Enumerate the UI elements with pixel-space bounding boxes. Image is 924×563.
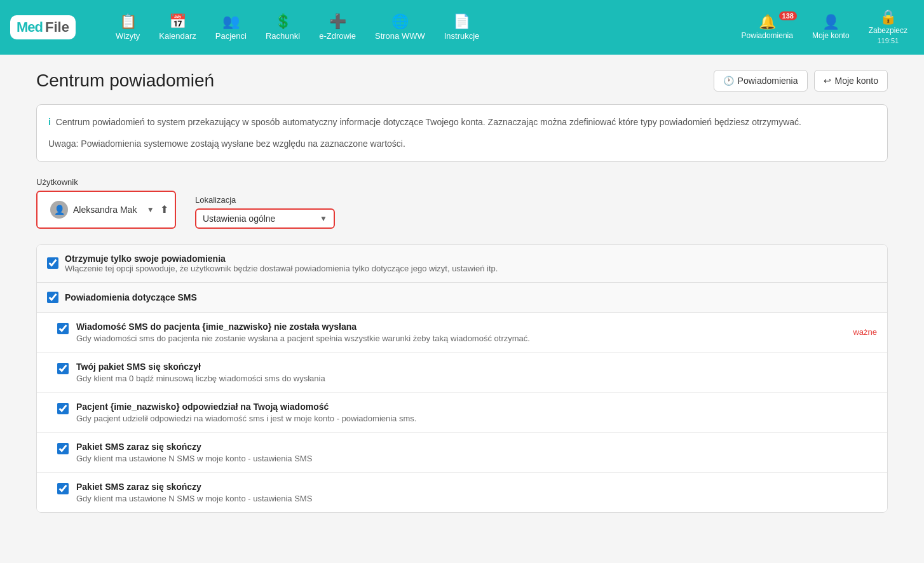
sms-section-checkbox[interactable] xyxy=(47,292,58,303)
zabezpiecz-sublabel: 119:51 xyxy=(877,37,899,44)
sms-package-ending-2-content: Pakiet SMS zaraz się skończy Gdy klient … xyxy=(76,482,877,503)
sms-package-ending-2-title: Pakiet SMS zaraz się skończy xyxy=(76,482,877,492)
uzytkownik-inner: 👤 Aleksandra Mak xyxy=(44,196,143,224)
sms-package-empty-desc: Gdy klient ma 0 bądź minusową liczbę wia… xyxy=(76,374,877,383)
wizyty-label: Wizyty xyxy=(116,31,140,41)
header-actions: 🕐 Powiadomienia ↩ Moje konto xyxy=(714,70,888,92)
nav-item-instrukcje[interactable]: 📄 Instrukcje xyxy=(437,10,487,46)
nav-right-powiadomienia[interactable]: 138 🔔 Powiadomienia xyxy=(735,11,799,44)
cursor-icon: ⬆ xyxy=(160,203,168,215)
only-own-content: Otrzymuje tylko swoje powiadomienia Włąc… xyxy=(65,254,498,273)
sms-not-sent-content: Wiadomość SMS do pacjenta {imie_nazwisko… xyxy=(76,322,845,343)
moje-konto-icon: 👤 xyxy=(822,15,839,29)
rachunki-label: Rachunki xyxy=(266,31,300,41)
moje-konto-header-btn[interactable]: ↩ Moje konto xyxy=(814,70,888,92)
user-avatar: 👤 xyxy=(50,201,68,219)
wizyty-icon: 📋 xyxy=(119,15,137,29)
info-icon: i xyxy=(48,117,51,127)
powiadomienia-icon: 🔔 xyxy=(759,15,776,29)
lokalizacja-value: Ustawienia ogólne xyxy=(203,214,275,224)
back-icon: ↩ xyxy=(824,76,831,86)
uzytkownik-filter: Użytkownik 👤 Aleksandra Mak ▼ ⬆ xyxy=(36,177,176,229)
filters-row: Użytkownik 👤 Aleksandra Mak ▼ ⬆ Lokaliza… xyxy=(36,177,888,229)
nav-item-strona-www[interactable]: 🌐 Strona WWW xyxy=(367,10,433,46)
clock-icon: 🕐 xyxy=(723,76,734,86)
nav-right: 138 🔔 Powiadomienia 👤 Moje konto 🔒 Zabez… xyxy=(735,6,914,48)
sms-package-ending-1-desc: Gdy klient ma ustawione N SMS w moje kon… xyxy=(76,454,877,463)
uzytkownik-value: Aleksandra Mak xyxy=(73,205,137,215)
lokalizacja-select[interactable]: Ustawienia ogólne ▼ xyxy=(195,208,335,229)
sms-package-ending-1-checkbox[interactable] xyxy=(57,443,69,454)
kalendarz-icon: 📅 xyxy=(169,15,186,29)
nav-item-rachunki[interactable]: 💲 Rachunki xyxy=(258,10,308,46)
moje-konto-header-label: Moje konto xyxy=(835,76,878,86)
sms-package-empty-checkbox[interactable] xyxy=(57,363,69,374)
lokalizacja-label: Lokalizacja xyxy=(195,195,335,205)
powiadomienia-header-btn[interactable]: 🕐 Powiadomienia xyxy=(714,70,808,92)
lokalizacja-filter: Lokalizacja Ustawienia ogólne ▼ xyxy=(195,195,335,229)
uzytkownik-select[interactable]: 👤 Aleksandra Mak ▼ ⬆ xyxy=(36,191,176,229)
pacjenci-label: Pacjenci xyxy=(215,31,247,41)
strona-www-label: Strona WWW xyxy=(375,31,425,41)
only-own-desc: Włączenie tej opcji spowoduje, że użytko… xyxy=(65,264,498,273)
sms-not-sent-item: Wiadomość SMS do pacjenta {imie_nazwisko… xyxy=(37,313,887,353)
pacjenci-icon: 👥 xyxy=(222,15,240,29)
sms-package-ending-1-item: Pakiet SMS zaraz się skończy Gdy klient … xyxy=(37,433,887,473)
sms-package-ending-2-item: Pakiet SMS zaraz się skończy Gdy klient … xyxy=(37,473,887,512)
navbar: Med File 📋 Wizyty 📅 Kalendarz 👥 Pacjenci… xyxy=(0,0,924,55)
only-own-section: Otrzymuje tylko swoje powiadomienia Włąc… xyxy=(37,245,887,283)
sms-patient-replied-checkbox[interactable] xyxy=(57,403,69,414)
nav-item-kalendarz[interactable]: 📅 Kalendarz xyxy=(151,10,204,46)
nav-right-moje-konto[interactable]: 👤 Moje konto xyxy=(806,11,856,44)
powiadomienia-header-label: Powiadomienia xyxy=(738,76,798,86)
sms-not-sent-checkbox[interactable] xyxy=(57,323,69,334)
sms-not-sent-desc: Gdy wiadomości sms do pacjenta nie zosta… xyxy=(76,334,845,343)
notification-list: Otrzymuje tylko swoje powiadomienia Włąc… xyxy=(36,244,888,513)
nav-item-pacjenci[interactable]: 👥 Pacjenci xyxy=(208,10,254,46)
zabezpiecz-label: Zabezpiecz xyxy=(869,26,907,35)
sms-patient-replied-item: Pacjent {imie_nazwisko} odpowiedział na … xyxy=(37,393,887,433)
moje-konto-label: Moje konto xyxy=(812,31,850,40)
instrukcje-icon: 📄 xyxy=(453,15,470,29)
ezdrowie-label: e-Zdrowie xyxy=(319,31,356,41)
main-content: Centrum powiadomień 🕐 Powiadomienia ↩ Mo… xyxy=(24,55,900,528)
info-box-note: Uwaga: Powiadomienia systemowe zostają w… xyxy=(48,137,876,151)
powiadomienia-label: Powiadomienia xyxy=(742,31,793,40)
nav-item-ezdrowie[interactable]: ➕ e-Zdrowie xyxy=(311,10,363,46)
nav-items: 📋 Wizyty 📅 Kalendarz 👥 Pacjenci 💲 Rachun… xyxy=(108,10,735,46)
sms-patient-replied-content: Pacjent {imie_nazwisko} odpowiedział na … xyxy=(76,402,877,423)
strona-www-icon: 🌐 xyxy=(391,15,409,29)
sms-not-sent-tag: ważne xyxy=(853,327,877,337)
info-box-main: i Centrum powiadomień to system przekazu… xyxy=(48,115,876,129)
nav-right-zabezpiecz[interactable]: 🔒 Zabezpiecz 119:51 xyxy=(862,6,914,48)
rachunki-icon: 💲 xyxy=(275,15,292,29)
uzytkownik-arrow-icon: ▼ xyxy=(147,205,154,214)
sms-package-empty-item: Twój pakiet SMS się skończył Gdy klient … xyxy=(37,353,887,393)
page-header: Centrum powiadomień 🕐 Powiadomienia ↩ Mo… xyxy=(36,70,888,92)
sms-patient-replied-desc: Gdy pacjent udzielił odpowiedzi na wiado… xyxy=(76,414,877,423)
nav-item-wizyty[interactable]: 📋 Wizyty xyxy=(108,10,147,46)
sms-section-header: Powiadomienia dotyczące SMS xyxy=(37,283,887,313)
lokalizacja-arrow-icon: ▼ xyxy=(320,214,327,223)
sms-not-sent-title: Wiadomość SMS do pacjenta {imie_nazwisko… xyxy=(76,322,845,332)
only-own-title: Otrzymuje tylko swoje powiadomienia xyxy=(65,254,498,264)
sms-package-ending-2-checkbox[interactable] xyxy=(57,483,69,494)
sms-package-ending-1-content: Pakiet SMS zaraz się skończy Gdy klient … xyxy=(76,442,877,463)
info-box-main-text: Centrum powiadomień to system przekazują… xyxy=(56,117,801,127)
ezdrowie-icon: ➕ xyxy=(329,15,346,29)
kalendarz-label: Kalendarz xyxy=(159,31,196,41)
instrukcje-label: Instrukcje xyxy=(444,31,480,41)
sms-package-empty-content: Twój pakiet SMS się skończył Gdy klient … xyxy=(76,362,877,383)
logo-med: Med xyxy=(17,19,43,36)
sms-package-ending-2-desc: Gdy klient ma ustawione N SMS w moje kon… xyxy=(76,494,877,503)
logo-file: File xyxy=(45,19,69,36)
sms-patient-replied-title: Pacjent {imie_nazwisko} odpowiedział na … xyxy=(76,402,877,412)
sms-section-title: Powiadomienia dotyczące SMS xyxy=(65,292,197,302)
info-box: i Centrum powiadomień to system przekazu… xyxy=(36,104,888,162)
only-own-checkbox[interactable] xyxy=(47,257,58,269)
badge-powiadomienia: 138 xyxy=(779,11,797,20)
page-title: Centrum powiadomień xyxy=(36,71,214,91)
uzytkownik-label: Użytkownik xyxy=(36,177,176,187)
sms-package-ending-1-title: Pakiet SMS zaraz się skończy xyxy=(76,442,877,452)
logo[interactable]: Med File xyxy=(10,15,93,39)
